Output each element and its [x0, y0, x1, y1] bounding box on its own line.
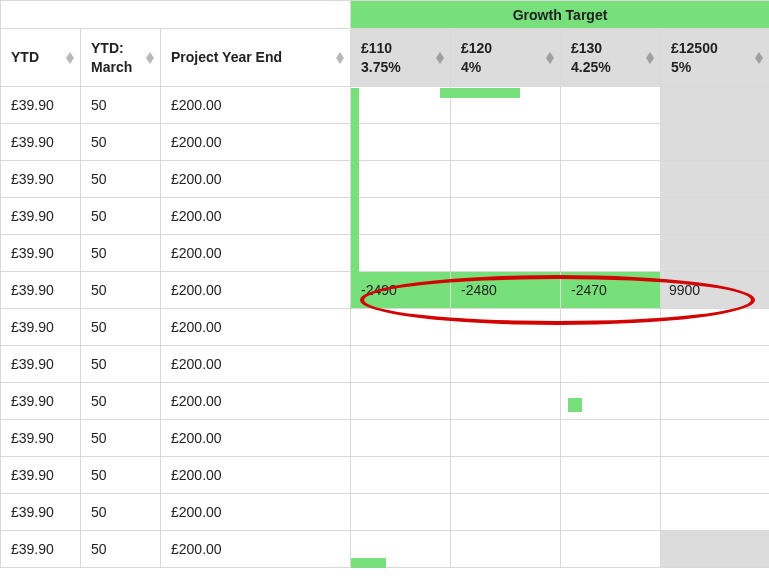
cell-project-year-end: £200.00 [161, 87, 351, 124]
cell-ytd: £39.90 [1, 309, 81, 346]
cell-gt-130 [561, 124, 661, 161]
cell-gt-110 [351, 420, 451, 457]
col-project-year-end[interactable]: Project Year End [161, 29, 351, 87]
cell-project-year-end: £200.00 [161, 494, 351, 531]
table-row: £39.9050£200.00 [1, 198, 770, 235]
sort-icon[interactable] [646, 52, 654, 64]
col-gt-110[interactable]: £110 3.75% [351, 29, 451, 87]
cell-ytd-march: 50 [81, 87, 161, 124]
cell-ytd: £39.90 [1, 161, 81, 198]
cell-ytd: £39.90 [1, 346, 81, 383]
cell-ytd-march: 50 [81, 346, 161, 383]
cell-gt-110 [351, 87, 451, 124]
table-row: £39.9050£200.00 [1, 87, 770, 124]
cell-ytd-march: 50 [81, 161, 161, 198]
group-header-row: Growth Target [1, 1, 770, 29]
col-gt-12500[interactable]: £12500 5% [661, 29, 769, 87]
cell-ytd-march: 50 [81, 531, 161, 568]
sort-icon[interactable] [66, 52, 74, 64]
cell-gt-110 [351, 457, 451, 494]
cell-gt-12500 [661, 531, 769, 568]
cell-project-year-end: £200.00 [161, 235, 351, 272]
cell-ytd-march: 50 [81, 457, 161, 494]
cell-ytd: £39.90 [1, 531, 81, 568]
cell-gt-110 [351, 383, 451, 420]
cell-gt-120 [451, 235, 561, 272]
col-ytd-march-line1: YTD: [91, 40, 124, 56]
cell-ytd-march: 50 [81, 235, 161, 272]
table-row: £39.9050£200.00 [1, 309, 770, 346]
cell-project-year-end: £200.00 [161, 272, 351, 309]
cell-gt-130 [561, 309, 661, 346]
table-body: £39.9050£200.00£39.9050£200.00£39.9050£2… [1, 87, 770, 568]
cell-gt-12500 [661, 87, 769, 124]
cell-gt-12500 [661, 124, 769, 161]
cell-gt-120 [451, 161, 561, 198]
table-row: £39.9050£200.00 [1, 235, 770, 272]
cell-gt-120: -2480 [451, 272, 561, 309]
cell-gt-130 [561, 346, 661, 383]
cell-ytd: £39.90 [1, 420, 81, 457]
cell-gt-130 [561, 87, 661, 124]
col-gt4-line2: 5% [671, 58, 747, 77]
col-gt1-line1: £110 [361, 40, 392, 56]
cell-project-year-end: £200.00 [161, 198, 351, 235]
sort-icon[interactable] [336, 52, 344, 64]
data-table: Growth Target YTD YTD: March Project Yea… [0, 0, 769, 568]
col-gt4-line1: £12500 [671, 40, 718, 56]
table-row: £39.9050£200.00 [1, 494, 770, 531]
col-gt3-line2: 4.25% [571, 58, 638, 77]
cell-gt-110: -2490 [351, 272, 451, 309]
cell-ytd: £39.90 [1, 272, 81, 309]
cell-gt-110 [351, 346, 451, 383]
col-gt-120[interactable]: £120 4% [451, 29, 561, 87]
cell-gt-12500 [661, 198, 769, 235]
cell-gt-110 [351, 494, 451, 531]
cell-gt-12500 [661, 346, 769, 383]
sort-icon[interactable] [755, 52, 763, 64]
table-row: £39.9050£200.00 [1, 457, 770, 494]
cell-ytd-march: 50 [81, 494, 161, 531]
table-row: £39.9050£200.00 [1, 124, 770, 161]
cell-gt-120 [451, 457, 561, 494]
cell-project-year-end: £200.00 [161, 531, 351, 568]
cell-gt-130 [561, 161, 661, 198]
sort-icon[interactable] [146, 52, 154, 64]
cell-gt-130 [561, 420, 661, 457]
cell-project-year-end: £200.00 [161, 309, 351, 346]
table-row: £39.9050£200.00 [1, 420, 770, 457]
cell-gt-120 [451, 531, 561, 568]
sort-icon[interactable] [546, 52, 554, 64]
cell-ytd: £39.90 [1, 383, 81, 420]
table-row: £39.9050£200.00 [1, 531, 770, 568]
cell-gt-12500 [661, 494, 769, 531]
cell-project-year-end: £200.00 [161, 161, 351, 198]
cell-gt-12500 [661, 420, 769, 457]
cell-gt-110 [351, 309, 451, 346]
col-gt-130[interactable]: £130 4.25% [561, 29, 661, 87]
col-pye-label: Project Year End [171, 49, 282, 65]
cell-gt-110 [351, 124, 451, 161]
cell-gt-130 [561, 383, 661, 420]
cell-gt-110 [351, 161, 451, 198]
cell-gt-120 [451, 346, 561, 383]
cell-gt-120 [451, 309, 561, 346]
cell-gt-130 [561, 531, 661, 568]
col-ytd[interactable]: YTD [1, 29, 81, 87]
table-row: £39.9050£200.00-2490-2480-24709900 [1, 272, 770, 309]
cell-ytd-march: 50 [81, 272, 161, 309]
cell-gt-110 [351, 531, 451, 568]
sort-icon[interactable] [436, 52, 444, 64]
cell-gt-120 [451, 124, 561, 161]
col-ytd-march[interactable]: YTD: March [81, 29, 161, 87]
cell-ytd-march: 50 [81, 309, 161, 346]
col-gt2-line1: £120 [461, 40, 492, 56]
cell-ytd: £39.90 [1, 235, 81, 272]
col-ytd-march-line2: March [91, 58, 138, 77]
table-wrapper: Growth Target YTD YTD: March Project Yea… [0, 0, 769, 568]
col-ytd-label: YTD [11, 49, 39, 65]
cell-gt-12500 [661, 309, 769, 346]
cell-project-year-end: £200.00 [161, 383, 351, 420]
cell-project-year-end: £200.00 [161, 420, 351, 457]
cell-ytd: £39.90 [1, 124, 81, 161]
